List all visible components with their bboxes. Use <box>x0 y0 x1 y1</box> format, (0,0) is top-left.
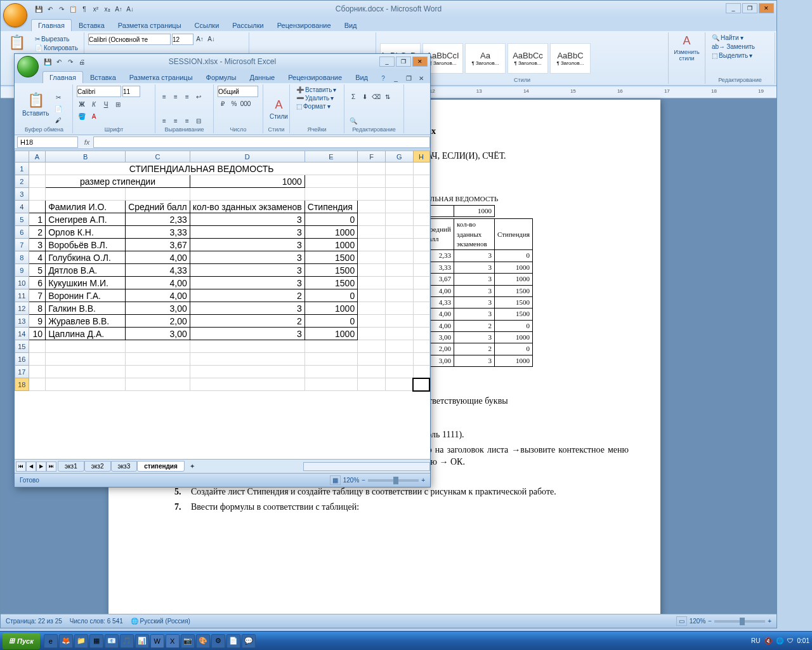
sheet-tab[interactable]: экз2 <box>84 461 111 472</box>
restore-icon[interactable]: ❐ <box>403 73 414 83</box>
qat-icon[interactable]: A↓ <box>125 4 135 14</box>
ribbon-tab[interactable]: Вставка <box>72 20 111 31</box>
zoom-out-icon[interactable]: − <box>708 618 712 625</box>
find-icon[interactable]: 🔍 <box>348 116 358 126</box>
cell[interactable] <box>385 366 413 378</box>
tray-icon[interactable]: 🛡 <box>787 637 794 644</box>
taskbar-excel-icon[interactable]: X <box>166 634 180 648</box>
cell[interactable]: Кукушкин М.И. <box>46 277 126 289</box>
cell[interactable] <box>46 353 126 366</box>
cell[interactable] <box>385 226 413 239</box>
word-count[interactable]: Число слов: 6 541 <box>70 618 123 625</box>
redo-icon[interactable]: ↷ <box>65 56 75 67</box>
close-workbook-icon[interactable]: ✕ <box>416 73 426 83</box>
cell[interactable] <box>304 366 357 378</box>
fill-icon[interactable]: ⬇ <box>360 92 370 102</box>
cell[interactable] <box>190 353 304 366</box>
name-box[interactable]: H18 <box>17 136 78 148</box>
row-header[interactable]: 11 <box>15 289 29 302</box>
maximize-button[interactable]: ❐ <box>396 56 411 67</box>
cell[interactable] <box>413 366 429 378</box>
taskbar-app-icon[interactable]: 📄 <box>226 634 240 648</box>
cell[interactable] <box>385 353 413 366</box>
column-header[interactable]: H <box>413 151 429 162</box>
cell[interactable]: 0 <box>304 213 357 226</box>
ribbon-tab[interactable]: Разметка страницы <box>123 72 199 83</box>
cell[interactable]: Орлов К.Н. <box>46 226 126 239</box>
cell[interactable]: 3,00 <box>126 302 190 315</box>
cell[interactable] <box>385 340 413 353</box>
cell[interactable]: 3 <box>190 251 304 264</box>
row-header[interactable]: 10 <box>15 277 29 289</box>
cell[interactable]: Галкин В.В. <box>46 302 126 315</box>
cell[interactable] <box>358 328 386 340</box>
column-header[interactable]: C <box>126 151 190 162</box>
taskbar-app-icon[interactable]: 📊 <box>135 634 149 648</box>
row-header[interactable]: 9 <box>15 264 29 277</box>
cell[interactable] <box>358 264 386 277</box>
taskbar-folder-icon[interactable]: 📁 <box>74 634 88 648</box>
ribbon-tab[interactable]: Вид <box>338 20 363 31</box>
comma-icon[interactable]: 000 <box>240 98 251 109</box>
cell[interactable]: 3 <box>190 226 304 239</box>
cell[interactable] <box>190 378 304 391</box>
wrap-icon[interactable]: ↩ <box>193 92 204 102</box>
cell[interactable] <box>358 366 386 378</box>
cell[interactable] <box>358 239 386 251</box>
column-header[interactable]: A <box>29 151 46 162</box>
cell[interactable] <box>385 239 413 251</box>
ribbon-tab[interactable]: Рецензирование <box>282 72 348 83</box>
save-icon[interactable]: 💾 <box>34 4 44 14</box>
cell[interactable] <box>385 175 413 188</box>
cell[interactable] <box>413 162 429 175</box>
cell[interactable] <box>385 277 413 289</box>
cell[interactable] <box>358 188 386 201</box>
cell[interactable] <box>358 162 386 175</box>
cell[interactable] <box>304 188 357 201</box>
close-button[interactable]: ✕ <box>412 56 428 67</box>
ribbon-tab[interactable]: Разметка страницы <box>112 20 188 31</box>
cell[interactable] <box>126 378 190 391</box>
column-header[interactable]: E <box>304 151 357 162</box>
cell[interactable] <box>358 353 386 366</box>
cell[interactable]: Стипендия <box>304 201 357 213</box>
taskbar-firefox-icon[interactable]: 🦊 <box>59 634 73 648</box>
cell[interactable] <box>413 213 429 226</box>
cell[interactable]: 6 <box>29 277 46 289</box>
qat-icon[interactable]: x₂ <box>102 4 112 14</box>
cell[interactable]: 2,00 <box>126 315 190 328</box>
taskbar-word-icon[interactable]: W <box>150 634 164 648</box>
undo-icon[interactable]: ↶ <box>54 56 64 67</box>
cell[interactable]: Средний балл <box>126 201 190 213</box>
align-right-icon[interactable]: ≡ <box>182 116 192 126</box>
cell[interactable] <box>413 289 429 302</box>
cell[interactable] <box>358 213 386 226</box>
row-header[interactable]: 1 <box>15 162 29 175</box>
cell[interactable]: Журавлев В.В. <box>46 315 126 328</box>
cell[interactable]: 3 <box>190 328 304 340</box>
ribbon-tab[interactable]: Ссылки <box>188 20 226 31</box>
cell[interactable]: 3,33 <box>126 226 190 239</box>
cell[interactable]: Воробьёв В.Л. <box>46 239 126 251</box>
grow-font-icon[interactable]: A↑ <box>195 34 205 44</box>
cell[interactable]: 2 <box>190 315 304 328</box>
cell[interactable]: 3 <box>190 239 304 251</box>
cut-icon[interactable]: ✂ <box>53 93 63 103</box>
cell[interactable] <box>413 328 429 340</box>
cell[interactable] <box>385 289 413 302</box>
qat-icon[interactable]: 📋 <box>68 4 78 14</box>
taskbar-app-icon[interactable]: 📷 <box>181 634 195 648</box>
cell[interactable]: 1000 <box>190 175 304 188</box>
row-header[interactable]: 17 <box>15 366 29 378</box>
cell[interactable]: Голубкина О.Л. <box>46 251 126 264</box>
cell[interactable]: 2 <box>190 289 304 302</box>
italic-icon[interactable]: К <box>89 99 99 109</box>
office-button-excel[interactable] <box>17 56 39 77</box>
bold-icon[interactable]: Ж <box>77 99 87 109</box>
cell[interactable] <box>126 366 190 378</box>
cell[interactable] <box>358 289 386 302</box>
number-format-select[interactable] <box>218 86 258 97</box>
cell[interactable] <box>46 366 126 378</box>
cell[interactable]: 9 <box>29 315 46 328</box>
cell[interactable] <box>413 251 429 264</box>
